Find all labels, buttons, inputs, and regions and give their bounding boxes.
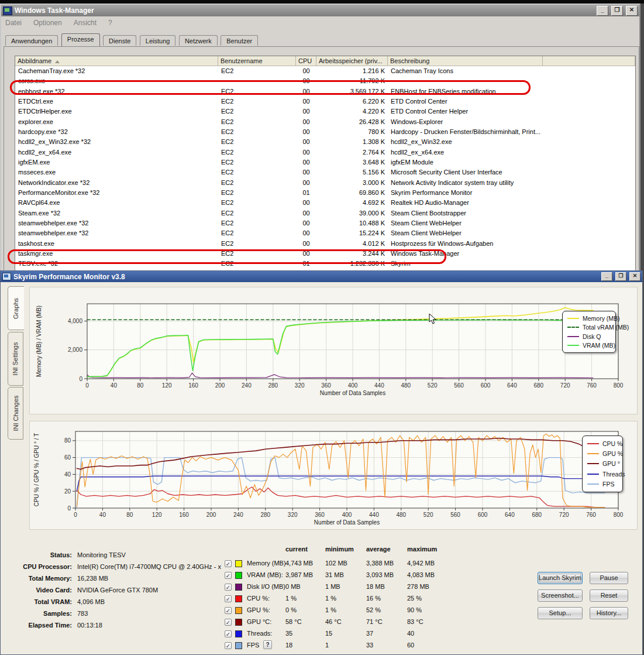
svg-text:720: 720 [559,512,569,518]
svg-text:640: 640 [505,512,515,518]
svg-text:160: 160 [179,512,189,518]
process-row[interactable]: ETDCtrl.exe EC2 00 6.220 K ETD Control C… [15,97,635,107]
svg-text:280: 280 [268,382,278,389]
setup-button[interactable]: Setup... [538,607,583,619]
column-header[interactable]: Beschreibung [388,56,543,66]
metric-checkbox[interactable]: ✓ [225,619,232,626]
reset-button[interactable]: Reset [590,589,628,602]
metric-color-swatch [235,642,242,649]
column-header[interactable]: Benutzername [218,56,296,66]
metric-checkbox[interactable]: ✓ [225,642,232,649]
process-row[interactable]: hcdll2_ex_Win32.exe *32 EC2 00 1.308 K h… [15,137,635,147]
svg-text:360: 360 [321,382,331,389]
annotation-circle-enbhost [10,80,531,95]
metric-checkbox[interactable]: ✓ [225,595,232,602]
svg-text:720: 720 [560,382,570,389]
cpu-graph-legend: CPU % GPU % GPU ° Threads FPS [582,435,623,492]
svg-text:280: 280 [260,512,270,518]
svg-text:520: 520 [428,382,438,389]
svg-text:760: 760 [587,382,597,389]
process-row[interactable]: hardcopy.exe *32 EC2 00 780 K Hardcopy -… [15,127,635,137]
column-header[interactable]: Abbildname [15,56,218,66]
close-button[interactable]: ✕ [626,6,638,16]
metric-checkbox[interactable]: ✓ [225,607,232,614]
minimize-button[interactable]: _ [597,6,608,16]
process-row[interactable]: taskhost.exe EC2 00 4.012 K Hostprozess … [15,239,635,249]
annotation-circle-tesv [8,249,446,264]
menu-datei[interactable]: Datei [5,19,22,27]
tab-anwendungen[interactable]: Anwendungen [5,35,58,46]
column-header[interactable] [543,56,635,66]
process-row[interactable]: msseces.exe EC2 00 5.156 K Microsoft Sec… [15,167,635,177]
stats-column-header: minimum [325,546,354,553]
process-row[interactable]: hcdll2_ex_x64.exe EC2 00 2.764 K hcdll2_… [15,148,635,157]
svg-text:40: 40 [111,382,118,389]
svg-text:680: 680 [533,382,543,389]
metric-checkbox[interactable]: ✓ [225,584,232,591]
svg-text:0: 0 [74,512,77,518]
menu-help[interactable]: ? [108,19,112,27]
fps-help-button[interactable]: ? [263,640,272,649]
metric-checkbox[interactable]: ✓ [225,572,232,579]
legend-item: CPU % [587,440,618,447]
side-tab-ini-changes[interactable]: INI Changes [8,387,23,440]
metric-row: ✓ FPS? 18 1 33 60 [225,642,470,651]
svg-text:0: 0 [79,376,82,382]
maximize-button[interactable]: ❐ [611,6,623,16]
memory-vram-chart: 0 40 80 120 160 200 240 280 320 360 400 … [30,287,638,415]
process-row[interactable]: Steam.exe *32 EC2 00 39.000 K Steam Clie… [15,208,635,218]
svg-text:760: 760 [586,512,596,518]
legend-line-swatch [567,336,579,337]
legend-item: GPU % [587,450,618,457]
history-button[interactable]: History... [590,607,628,619]
process-row[interactable]: steamwebhelper.exe *32 EC2 00 15.224 K S… [15,228,635,238]
pause-button[interactable]: Pause [590,572,628,584]
legend-item: GPU ° [587,460,618,467]
tab-strip: Anwendungen Prozesse Dienste Leistung Ne… [5,34,259,46]
legend-line-swatch [567,345,579,346]
svg-text:360: 360 [315,512,325,518]
svg-text:640: 640 [507,382,517,389]
stats-column-header: maximum [407,546,437,553]
svg-text:440: 440 [369,512,379,518]
process-row[interactable]: NetworkIndicator.exe *32 EC2 00 3.000 K … [15,178,635,188]
process-row[interactable]: RAVCpl64.exe EC2 00 4.692 K Realtek HD A… [15,198,635,208]
tab-prozesse[interactable]: Prozesse [61,33,100,46]
process-row[interactable]: CachemanTray.exe *32 EC2 00 1.216 K Cach… [15,66,635,76]
process-row[interactable]: explorer.exe EC2 00 26.428 K Windows-Exp… [15,117,635,127]
menu-ansicht[interactable]: Ansicht [74,19,97,27]
process-row[interactable]: ETDCtrlHelper.exe EC2 00 4.220 K ETD Con… [15,107,635,116]
launch-skyrim-button[interactable]: Launch Skyrim [538,572,583,584]
legend-item: Threads [587,471,618,478]
tab-dienste[interactable]: Dienste [103,35,136,46]
process-row[interactable]: steamwebhelper.exe *32 EC2 00 10.488 K S… [15,218,635,228]
metric-row: ✓ Threads: 35 15 37 40 [225,630,470,639]
tab-leistung[interactable]: Leistung [140,35,176,46]
menu-bar: Datei Optionen Ansicht ? [1,16,639,29]
cpu-gpu-graph-panel: 0 40 80 120 160 200 240 280 320 360 400 … [29,421,638,530]
svg-text:60: 60 [64,454,71,461]
metric-color-swatch [235,595,242,602]
process-row[interactable]: igfxEM.exe EC2 00 3.648 K igfxEM Module [15,157,635,167]
tab-netzwerk[interactable]: Netzwerk [179,35,218,46]
menu-optionen[interactable]: Optionen [33,19,62,27]
metric-checkbox[interactable]: ✓ [225,630,232,637]
svg-text:520: 520 [423,512,433,518]
process-row[interactable]: PerformanceMonitor.exe *32 EC2 01 69.860… [15,188,635,198]
metric-color-swatch [235,572,242,579]
svg-text:800: 800 [614,512,624,518]
metric-row: ✓ VRAM (MB): 3,987 MB 31 MB 3,093 MB 4,0… [225,571,470,581]
metric-row: ✓ Disk I/O (MB) 0 MB 1 MB 18 MB 278 MB [225,583,470,592]
svg-text:40: 40 [99,512,106,518]
side-tab-graphs[interactable]: Graphs [8,286,24,330]
tab-benutzer[interactable]: Benutzer [221,35,258,46]
column-header[interactable]: CPU [296,56,316,66]
svg-text:560: 560 [450,512,460,518]
legend-item: Disk Q [567,333,611,340]
side-tab-ini-settings[interactable]: INI Settings [8,332,23,386]
svg-text:320: 320 [288,512,298,518]
metric-checkbox[interactable]: ✓ [225,560,232,567]
screenshot-button[interactable]: Screenshot... [538,589,583,602]
stats-column-header: current [285,546,308,553]
column-header[interactable]: Arbeitsspeicher (priv... [316,56,388,66]
